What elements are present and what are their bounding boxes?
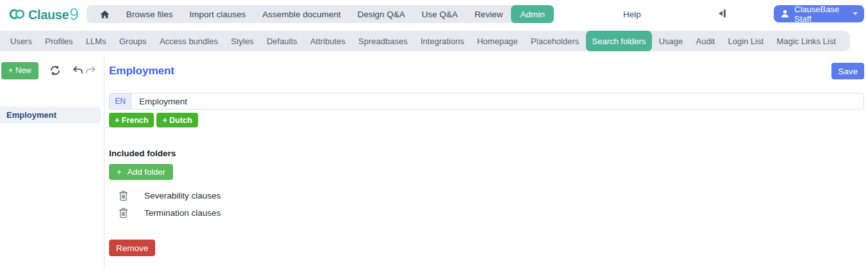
tab-placeholders[interactable]: Placeholders — [524, 31, 585, 51]
app-logo: Clause 9 — [6, 6, 79, 22]
tab-audit[interactable]: Audit — [690, 31, 722, 51]
logo-word: Clause — [28, 7, 69, 22]
language-tag: EN — [109, 93, 131, 110]
page-body: + New — [0, 56, 868, 269]
folder-name: Termination clauses — [144, 208, 221, 218]
sidebar-item-label: Employment — [6, 110, 56, 120]
tab-usage[interactable]: Usage — [653, 31, 690, 51]
remove-search-folder-button[interactable]: Remove — [109, 240, 155, 256]
search-folders-sidebar: + New — [0, 56, 104, 269]
tab-integrations[interactable]: Integrations — [414, 31, 471, 51]
refresh-button[interactable] — [49, 64, 62, 77]
main-nav: Browse files Import clauses Assemble doc… — [87, 5, 554, 23]
tab-login-list[interactable]: Login List — [721, 31, 770, 51]
add-folder-button[interactable]: + Add folder — [109, 164, 173, 180]
tab-search-folders[interactable]: Search folders — [586, 31, 653, 51]
nav-item-admin[interactable]: Admin — [511, 5, 553, 23]
folder-name-field-group: EN — [109, 93, 864, 110]
tab-homepage[interactable]: Homepage — [471, 31, 524, 51]
undo-button[interactable] — [72, 66, 83, 76]
user-icon — [780, 9, 790, 19]
sidebar-item-employment[interactable]: Employment — [0, 106, 101, 124]
included-folders-heading: Included folders — [109, 149, 864, 158]
page-title: Employment — [109, 65, 174, 77]
logo-mark-icon — [6, 6, 28, 22]
top-header: Clause 9 Browse files Import clauses Ass… — [0, 0, 868, 28]
nav-item-assemble-document[interactable]: Assemble document — [254, 5, 349, 23]
tab-groups[interactable]: Groups — [113, 31, 153, 51]
folder-row: Severability clauses — [109, 187, 864, 204]
tab-profiles[interactable]: Profiles — [38, 31, 79, 51]
search-folder-list: Employment — [0, 106, 104, 124]
tab-users[interactable]: Users — [4, 31, 38, 51]
plus-icon: + — [117, 167, 122, 177]
home-icon — [99, 10, 110, 19]
help-link[interactable]: Help — [623, 0, 641, 28]
trash-icon — [119, 190, 128, 201]
add-french-button[interactable]: + French — [109, 113, 154, 127]
logo-number: 9 — [69, 6, 78, 22]
included-folder-list: Severability clauses Termination clauses — [109, 187, 864, 222]
delete-folder-button[interactable] — [119, 190, 128, 201]
nav-item-review[interactable]: Review — [466, 5, 511, 23]
nav-item-browse-files[interactable]: Browse files — [118, 5, 181, 23]
nav-item-import-clauses[interactable]: Import clauses — [181, 5, 254, 23]
collapse-panel-icon — [717, 8, 728, 19]
refresh-icon — [49, 64, 62, 77]
nav-item-design-qa[interactable]: Design Q&A — [349, 5, 413, 23]
sidebar-toolbar: + New — [0, 61, 104, 79]
detail-header: Employment Save — [109, 63, 864, 79]
tab-llms[interactable]: LLMs — [79, 31, 113, 51]
folder-name-input[interactable] — [131, 93, 864, 110]
add-language-buttons: + French + Dutch — [109, 113, 864, 127]
new-folder-button[interactable]: + New — [1, 62, 38, 79]
folder-name: Severability clauses — [144, 191, 221, 200]
folder-row: Termination clauses — [109, 204, 864, 222]
admin-tabs-bar: Users Profiles LLMs Groups Access bundle… — [0, 31, 850, 51]
tab-access-bundles[interactable]: Access bundles — [153, 31, 224, 51]
home-button[interactable] — [92, 10, 118, 19]
caret-down-icon — [853, 12, 858, 15]
delete-folder-button[interactable] — [119, 208, 128, 218]
nav-item-use-qa[interactable]: Use Q&A — [413, 5, 466, 23]
add-dutch-button[interactable]: + Dutch — [156, 113, 197, 127]
collapse-panel-button[interactable] — [717, 8, 728, 22]
user-menu-button[interactable]: ClauseBase Staff — [774, 5, 864, 22]
tab-attributes[interactable]: Attributes — [304, 31, 352, 51]
tab-styles[interactable]: Styles — [224, 31, 260, 51]
tab-spreadbases[interactable]: Spreadbases — [352, 31, 414, 51]
trash-icon — [119, 208, 128, 218]
undo-icon — [72, 66, 83, 76]
add-folder-label: Add folder — [128, 167, 165, 177]
user-menu-label: ClauseBase Staff — [794, 4, 848, 24]
tab-magic-links-list[interactable]: Magic Links List — [770, 31, 842, 51]
redo-button[interactable] — [85, 66, 96, 76]
redo-icon — [85, 66, 96, 76]
tab-defaults[interactable]: Defaults — [260, 31, 304, 51]
save-button[interactable]: Save — [831, 63, 864, 79]
search-folder-detail: Employment Save EN + French + Dutch Incl… — [104, 56, 868, 269]
